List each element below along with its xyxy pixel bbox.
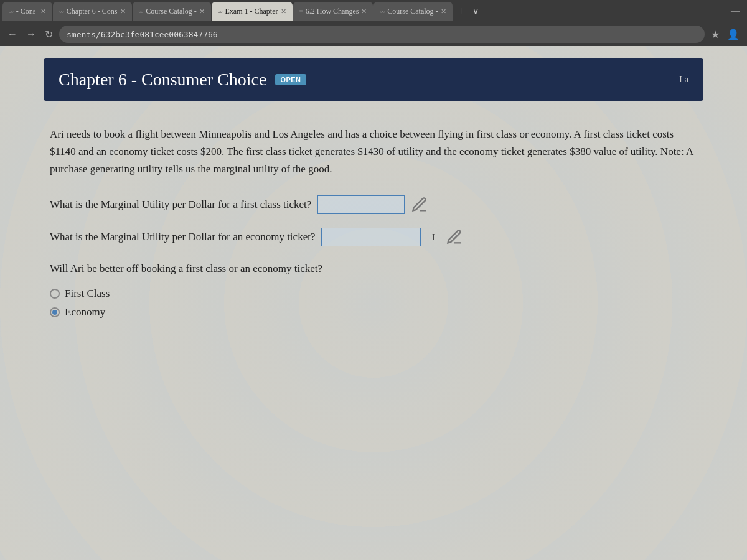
radio-option-economy[interactable]: Economy: [50, 306, 697, 319]
tab-icon-course-catalog-2: ∞: [380, 7, 385, 15]
profile-icon[interactable]: 👤: [725, 27, 742, 42]
tab-close-chapter6[interactable]: ✕: [120, 7, 126, 16]
radio-dot-economy: [50, 307, 60, 317]
tab-chapter6[interactable]: ∞ Chapter 6 - Cons ✕: [53, 2, 132, 21]
radio-label-economy: Economy: [65, 306, 105, 319]
question-text: Ari needs to book a flight between Minne…: [50, 126, 697, 178]
sub-question-text-1: What is the Marginal Utility per Dollar …: [50, 196, 311, 213]
radio-group: First Class Economy: [50, 287, 697, 319]
tab-label-6-2: 6.2 How Changes: [306, 7, 359, 16]
chapter-title: Chapter 6 - Consumer Choice: [59, 70, 266, 90]
tab-icon-chapter6: ∞: [59, 7, 64, 15]
tab-label-cons: - Cons: [16, 7, 36, 16]
tab-icon-exam1: ∞: [218, 7, 223, 15]
tab-close-course-catalog-2[interactable]: ✕: [441, 7, 446, 16]
bookmark-icon[interactable]: ★: [708, 27, 722, 42]
tab-course-catalog-1[interactable]: ∞ Course Catalog - ✕: [133, 2, 211, 21]
tab-close-cons[interactable]: ✕: [40, 7, 46, 16]
tab-icon-course-catalog-1: ∞: [139, 7, 144, 15]
tab-icon-6-2: ≡: [299, 7, 303, 15]
reload-button[interactable]: ↻: [42, 27, 55, 42]
tab-6-2[interactable]: ≡ 6.2 How Changes ✕: [293, 2, 374, 21]
sub-question-label-3: Will Ari be better off booking a first c…: [50, 260, 697, 278]
tab-close-6-2[interactable]: ✕: [361, 7, 367, 16]
sub-question-text-3: Will Ari be better off booking a first c…: [50, 260, 322, 278]
address-bar[interactable]: sments/632bc3fe081cee0063847766: [59, 26, 705, 43]
tab-icon-cons: ∞: [9, 7, 14, 15]
tab-label-course-catalog-1: Course Catalog -: [146, 7, 196, 16]
address-text: sments/632bc3fe081cee0063847766: [67, 30, 218, 39]
pencil-icon-q2[interactable]: [446, 228, 463, 246]
tab-overflow-chevron[interactable]: ∨: [470, 6, 481, 17]
header-right-label: La: [679, 75, 688, 85]
answer-input-q2[interactable]: [321, 228, 421, 246]
chapter-header: Chapter 6 - Consumer Choice OPEN La: [44, 58, 703, 101]
tab-label-exam1: Exam 1 - Chapter: [225, 7, 278, 16]
sub-question-2: What is the Marginal Utility per Dollar …: [50, 228, 697, 246]
sub-question-text-2: What is the Marginal Utility per Dollar …: [50, 228, 315, 246]
minimize-button[interactable]: —: [726, 6, 745, 16]
new-tab-button[interactable]: +: [453, 5, 469, 18]
sub-question-3: Will Ari be better off booking a first c…: [50, 260, 697, 319]
tab-close-course-catalog-1[interactable]: ✕: [199, 7, 205, 16]
cursor-indicator: I: [427, 230, 439, 245]
tab-exam1[interactable]: ∞ Exam 1 - Chapter ✕: [212, 2, 293, 21]
answer-input-q1[interactable]: [317, 195, 405, 214]
radio-option-first-class[interactable]: First Class: [50, 287, 697, 300]
tab-cons[interactable]: ∞ - Cons ✕: [2, 2, 52, 21]
address-bar-row: ← → ↻ sments/632bc3fe081cee0063847766 ★ …: [0, 22, 747, 46]
sub-question-1: What is the Marginal Utility per Dollar …: [50, 195, 697, 214]
forward-button[interactable]: →: [24, 27, 39, 41]
content-wrapper: Chapter 6 - Consumer Choice OPEN La Ari …: [31, 46, 716, 363]
tab-label-chapter6: Chapter 6 - Cons: [67, 7, 118, 16]
radio-label-first-class: First Class: [65, 287, 110, 300]
back-button[interactable]: ←: [5, 27, 20, 41]
chapter-title-row: Chapter 6 - Consumer Choice OPEN: [59, 70, 306, 90]
tab-close-exam1[interactable]: ✕: [281, 7, 286, 16]
pencil-icon-q1[interactable]: [411, 196, 428, 213]
radio-dot-first-class: [50, 289, 60, 299]
page-content: Chapter 6 - Consumer Choice OPEN La Ari …: [0, 46, 747, 560]
question-body: Ari needs to book a flight between Minne…: [44, 119, 703, 338]
sub-question-label-2: What is the Marginal Utility per Dollar …: [50, 228, 697, 246]
tab-course-catalog-2[interactable]: ∞ Course Catalog - ✕: [374, 2, 452, 21]
tab-label-course-catalog-2: Course Catalog -: [387, 7, 438, 16]
open-badge: OPEN: [275, 74, 306, 85]
sub-question-label-1: What is the Marginal Utility per Dollar …: [50, 195, 697, 214]
